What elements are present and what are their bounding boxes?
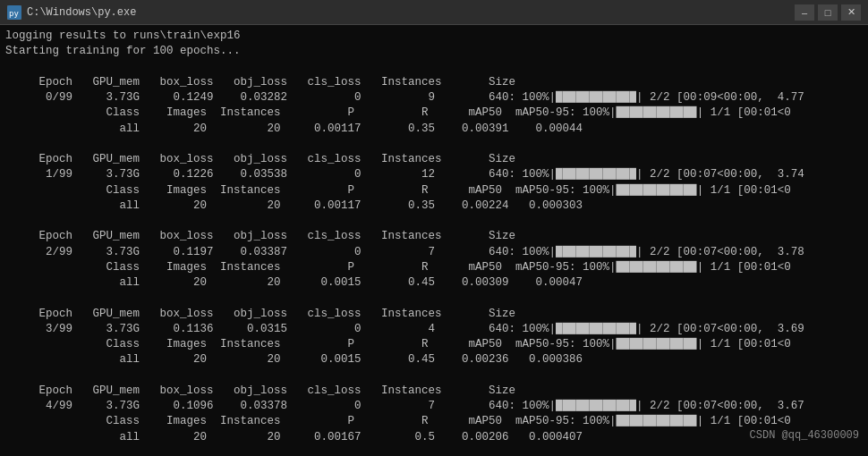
watermark: CSDN @qq_46300009 [750,428,859,443]
maximize-button[interactable]: □ [818,4,838,21]
title-bar: py C:\Windows\py.exe – □ ✕ [0,0,868,25]
svg-text:py: py [9,9,19,18]
minimize-button[interactable]: – [795,4,814,21]
window-title: C:\Windows\py.exe [27,6,136,19]
close-button[interactable]: ✕ [841,4,861,21]
py-icon: py [7,5,21,20]
terminal-output: logging results to runs\train\exp16 Star… [0,25,868,456]
title-bar-left: py C:\Windows\py.exe [7,5,136,20]
window-controls: – □ ✕ [795,4,861,21]
